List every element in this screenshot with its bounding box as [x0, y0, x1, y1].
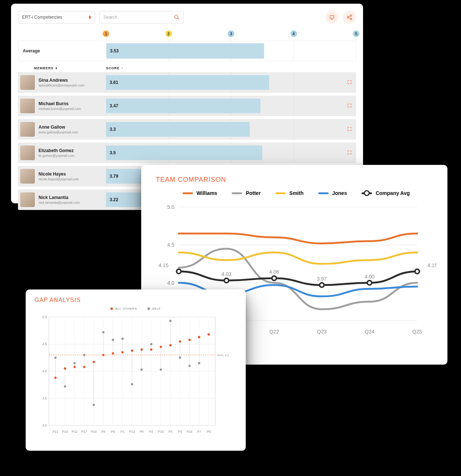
svg-text:4.5: 4.5 — [42, 342, 47, 346]
svg-text:4.06: 4.06 — [269, 269, 279, 275]
svg-point-84 — [54, 357, 56, 359]
legend-jones[interactable]: Jones — [318, 190, 347, 196]
svg-text:Q25: Q25 — [412, 329, 422, 335]
svg-text:P17: P17 — [81, 430, 87, 433]
svg-line-8 — [349, 16, 351, 17]
svg-point-30 — [320, 283, 324, 287]
member-bar-cell: 3.47 — [106, 96, 356, 116]
svg-point-93 — [83, 354, 85, 356]
dot-icon — [110, 307, 113, 310]
swatch-icon — [318, 192, 329, 194]
member-email: nicole.hayes@yopmail.com — [39, 177, 79, 181]
svg-point-34 — [415, 269, 420, 274]
svg-point-87 — [64, 385, 66, 387]
svg-point-7 — [350, 18, 352, 20]
svg-point-105 — [121, 337, 124, 340]
member-bar-cell: 3.3 — [106, 119, 356, 140]
svg-point-126 — [189, 365, 191, 367]
gap-scatter-chart: 5.04.54.03.53.0P11P14P12P17P10P5P6P1P13P… — [34, 313, 237, 437]
chevron-updown-icon: ▲▼ — [88, 15, 91, 19]
member-name: Gina Andrews — [39, 78, 84, 83]
search-placeholder: Search — [103, 15, 117, 20]
svg-point-123 — [179, 357, 181, 359]
search-icon — [174, 14, 180, 20]
svg-text:3.5: 3.5 — [42, 396, 47, 400]
table-headers: MEMBERS ▼ SCORE ▼ — [18, 66, 356, 70]
svg-point-91 — [73, 366, 76, 368]
legend-williams[interactable]: Williams — [183, 190, 217, 196]
member-row[interactable]: Anne Gallow anne.gallow@yopmail.com 3.3 — [18, 119, 356, 140]
svg-text:4.00: 4.00 — [365, 274, 374, 280]
member-info: Anne Gallow anne.gallow@yopmail.com — [18, 119, 106, 140]
svg-text:P13: P13 — [129, 430, 135, 433]
svg-text:P4: P4 — [168, 430, 172, 433]
svg-point-0 — [175, 15, 178, 18]
member-email: sphealthcare@surepeople.com — [39, 84, 84, 87]
avatar — [20, 122, 35, 137]
member-name: Anne Gallow — [39, 125, 78, 130]
search-input[interactable]: Search — [99, 11, 184, 23]
share-icon — [347, 14, 352, 20]
svg-point-97 — [93, 361, 95, 363]
score-header[interactable]: SCORE ▼ — [106, 66, 124, 70]
dropdown-label: ERT-i Competencies — [22, 15, 62, 20]
legend-all-others[interactable]: ALL OTHERS — [110, 307, 137, 310]
svg-text:P7: P7 — [197, 430, 201, 433]
team-legend: Williams Potter Smith Jones Company Avg — [156, 190, 436, 196]
scale-pip: 4 — [290, 30, 297, 37]
svg-text:P2: P2 — [149, 430, 153, 433]
svg-rect-2 — [330, 15, 334, 18]
scale-row: 12345 — [15, 30, 359, 38]
svg-text:P15: P15 — [158, 430, 164, 433]
svg-text:Q22: Q22 — [269, 329, 279, 335]
expand-icon[interactable] — [347, 79, 352, 86]
expand-icon[interactable] — [347, 126, 352, 133]
expand-icon[interactable] — [347, 150, 352, 156]
presentation-button[interactable] — [325, 11, 339, 24]
svg-text:P3: P3 — [178, 430, 182, 433]
average-label: Average — [18, 48, 106, 53]
svg-point-94 — [83, 366, 85, 368]
svg-text:P14: P14 — [62, 430, 68, 433]
member-name: Nicole Hayes — [39, 171, 79, 177]
svg-point-99 — [102, 331, 105, 333]
svg-point-88 — [64, 368, 66, 370]
average-row: Average 3.53 — [18, 41, 356, 61]
legend-smith[interactable]: Smith — [275, 190, 304, 196]
svg-text:P11: P11 — [52, 430, 58, 433]
svg-text:P16: P16 — [187, 430, 193, 433]
member-name: Elizabeth Gomez — [39, 148, 74, 153]
avatar — [20, 99, 35, 113]
svg-point-114 — [150, 343, 152, 345]
member-info: Michael Burns michael.burns@yopmail.com — [18, 96, 106, 116]
svg-text:5.0: 5.0 — [42, 315, 47, 319]
avatar — [20, 145, 35, 160]
svg-line-9 — [349, 18, 351, 19]
swatch-avg-icon — [362, 192, 372, 194]
member-row[interactable]: Elizabeth Gomez liz.gomez@yopmail.com 3.… — [18, 143, 356, 163]
svg-text:4.0: 4.0 — [42, 369, 47, 373]
member-row[interactable]: Michael Burns michael.burns@yopmail.com … — [18, 96, 356, 116]
svg-text:4.0: 4.0 — [167, 280, 175, 286]
swatch-icon — [275, 192, 286, 194]
svg-text:4.03: 4.03 — [222, 271, 231, 277]
member-info: Nick Lamantia nick.lamantia@yopmail.com — [18, 189, 106, 210]
score-bar: 3.3 — [106, 122, 250, 137]
share-button[interactable] — [343, 11, 356, 24]
member-row[interactable]: Gina Andrews sphealthcare@surepeople.com… — [18, 72, 356, 93]
svg-point-102 — [112, 339, 114, 341]
svg-text:Q24: Q24 — [365, 329, 374, 335]
legend-self[interactable]: SELF — [147, 307, 161, 310]
members-header[interactable]: MEMBERS ▼ — [18, 66, 106, 70]
svg-point-111 — [140, 369, 143, 371]
member-bar-cell: 3.61 — [106, 72, 356, 93]
score-bar: 3.61 — [106, 75, 269, 90]
svg-point-109 — [131, 350, 133, 352]
svg-point-26 — [224, 278, 229, 283]
svg-text:P5: P5 — [101, 430, 105, 433]
competency-dropdown[interactable]: ERT-i Competencies ▲▼ — [18, 11, 95, 23]
sort-icon: ▼ — [121, 67, 124, 70]
legend-company-avg[interactable]: Company Avg — [362, 190, 410, 196]
expand-icon[interactable] — [347, 103, 352, 109]
legend-potter[interactable]: Potter — [232, 190, 260, 196]
